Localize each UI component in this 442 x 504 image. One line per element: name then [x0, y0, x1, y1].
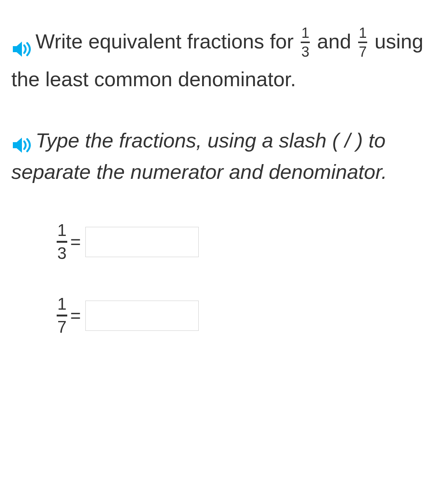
answer-input-2[interactable]	[85, 301, 199, 331]
question-part1: equivalent fractions for	[83, 30, 299, 53]
fraction-denominator: 7	[57, 316, 66, 335]
fraction-numerator: 1	[57, 222, 66, 241]
question-and: and	[311, 30, 357, 53]
answer-section: 1 3 = 1 7 =	[11, 222, 431, 335]
fraction-numerator: 1	[359, 26, 367, 42]
question-write: Write	[36, 30, 83, 53]
answer-input-1[interactable]	[85, 227, 199, 257]
fraction-numerator: 1	[301, 26, 309, 42]
answer-fraction-1: 1 3	[57, 222, 67, 262]
instruction-text: Type the fractions, using a slash ( / ) …	[11, 125, 431, 188]
equals-sign: =	[70, 305, 81, 326]
question-fraction-1: 1 3	[301, 26, 310, 59]
answer-row-1: 1 3 =	[57, 222, 431, 262]
audio-icon[interactable]	[11, 33, 32, 51]
question-text: Write equivalent fractions for 1 3 and 1…	[11, 23, 431, 98]
instruction-content: Type the fractions, using a slash ( / ) …	[11, 129, 387, 183]
fraction-denominator: 3	[57, 243, 66, 262]
answer-fraction-2: 1 7	[57, 296, 67, 335]
fraction-denominator: 7	[359, 43, 367, 59]
answer-row-2: 1 7 =	[57, 296, 431, 335]
equals-sign: =	[70, 231, 81, 252]
fraction-numerator: 1	[57, 296, 66, 315]
audio-icon[interactable]	[11, 132, 32, 150]
fraction-denominator: 3	[301, 43, 309, 59]
question-fraction-2: 1 7	[358, 26, 367, 59]
